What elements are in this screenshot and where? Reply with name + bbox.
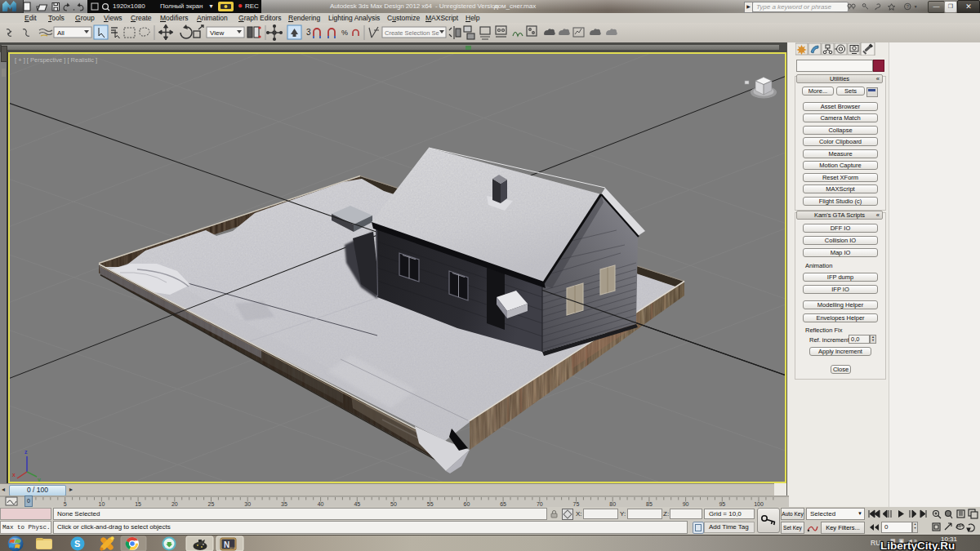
svg-text:?: ? <box>906 4 909 9</box>
svg-text:S: S <box>74 539 80 549</box>
svg-text:[ + ] [ Perspective ] [ Realis: [ + ] [ Perspective ] [ Realistic ] <box>15 56 97 64</box>
svg-text:85: 85 <box>646 501 653 507</box>
svg-text:▼: ▼ <box>914 5 918 9</box>
svg-text:20: 20 <box>172 501 178 507</box>
svg-text:95: 95 <box>719 501 725 507</box>
svg-text:55: 55 <box>427 501 434 507</box>
svg-text:3: 3 <box>306 28 311 37</box>
svg-text:Create Selection Se: Create Selection Se <box>385 29 439 37</box>
svg-text:All: All <box>57 29 65 37</box>
svg-text:90: 90 <box>683 501 689 507</box>
svg-text:3DS: 3DS <box>229 546 236 550</box>
svg-text:70: 70 <box>537 501 543 507</box>
svg-text:65: 65 <box>500 501 506 507</box>
svg-text:75: 75 <box>573 501 580 507</box>
svg-text:80: 80 <box>609 501 616 507</box>
svg-text:40: 40 <box>318 501 324 507</box>
svg-text:35: 35 <box>281 501 287 507</box>
svg-text:50: 50 <box>390 501 397 507</box>
svg-text:30: 30 <box>244 501 251 507</box>
svg-text:%: % <box>341 29 348 37</box>
svg-text:60: 60 <box>464 501 470 507</box>
svg-text:100: 100 <box>754 501 764 507</box>
svg-text:View: View <box>210 29 224 37</box>
svg-text:x: x <box>12 472 16 478</box>
svg-text:25: 25 <box>208 501 215 507</box>
svg-text:z: z <box>24 449 28 455</box>
svg-text:45: 45 <box>354 501 360 507</box>
svg-text:15: 15 <box>135 501 141 507</box>
svg-text:5: 5 <box>64 501 67 507</box>
svg-text:10: 10 <box>99 501 105 507</box>
